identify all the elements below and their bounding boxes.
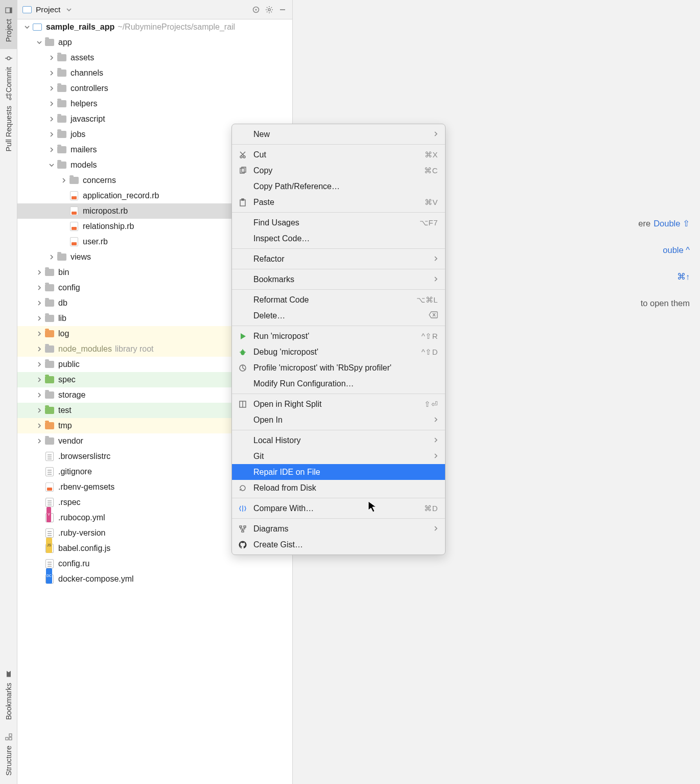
expand-arrow[interactable] [47, 252, 56, 262]
menu-separator [232, 212, 445, 213]
expand-arrow[interactable] [35, 390, 44, 400]
menu-separator [232, 326, 445, 326]
menu-item[interactable]: Debug 'micropost' ^⇧D [232, 344, 445, 360]
menu-item[interactable]: Create Gist… [232, 537, 445, 552]
stripe-commit[interactable]: Commit [0, 49, 17, 98]
tree-node-app[interactable]: app [17, 35, 292, 50]
svg-point-13 [268, 8, 270, 10]
menu-item[interactable]: Reload from Disk [232, 480, 445, 496]
expand-arrow[interactable] [35, 360, 44, 369]
file-context-menu[interactable]: New Cut ⌘X Copy ⌘C Copy Path/Reference… [231, 124, 446, 555]
tree-node-assets[interactable]: assets [17, 50, 292, 65]
expand-arrow[interactable] [35, 38, 44, 47]
tree-node-label: .rubocop.yml [58, 510, 105, 525]
menu-item[interactable]: New [232, 126, 445, 142]
menu-item[interactable]: Reformat Code ⌥⌘L [232, 292, 445, 308]
stripe-bookmarks[interactable]: Bookmarks [0, 665, 17, 725]
tree-node-channels[interactable]: channels [17, 65, 292, 81]
expand-arrow[interactable] [47, 53, 56, 62]
menu-item[interactable]: Paste ⌘V [232, 194, 445, 210]
menu-separator [232, 248, 445, 249]
menu-item[interactable]: Git [232, 448, 445, 464]
expand-arrow[interactable] [47, 84, 56, 93]
tree-node-docker-compose.yml[interactable]: docker-compose.yml [17, 571, 292, 587]
menu-item[interactable]: Run 'micropost' ^⇧R [232, 328, 445, 344]
minimize-icon[interactable] [278, 5, 287, 14]
expand-arrow[interactable] [47, 99, 56, 108]
cut-icon [237, 151, 248, 159]
svg-point-12 [255, 9, 256, 10]
expand-arrow[interactable] [35, 329, 44, 338]
menu-item[interactable]: Inspect Code… [232, 230, 445, 246]
expand-arrow [59, 222, 68, 231]
tree-node-config.ru[interactable]: config.ru [17, 556, 292, 571]
menu-item[interactable]: Bookmarks [232, 271, 445, 287]
expand-arrow[interactable] [35, 421, 44, 430]
yml-icon [44, 512, 55, 523]
select-opened-file-icon[interactable] [251, 5, 261, 14]
expand-arrow[interactable] [47, 130, 56, 139]
menu-item[interactable]: Modify Run Configuration… [232, 376, 445, 391]
menu-shortcut [429, 311, 438, 320]
menu-item-label: Run 'micropost' [253, 332, 416, 341]
menu-item[interactable]: Refactor [232, 251, 445, 267]
expand-arrow[interactable] [47, 114, 56, 124]
tree-node-controllers[interactable]: controllers [17, 81, 292, 96]
menu-item[interactable]: Cut ⌘X [232, 147, 445, 163]
menu-item-label: Git [253, 452, 429, 461]
menu-item[interactable]: Local History [232, 432, 445, 448]
menu-item[interactable]: Diagrams [232, 521, 445, 537]
stripe-structure[interactable]: Structure [0, 725, 17, 784]
menu-item[interactable]: Repair IDE on File [232, 464, 445, 480]
menu-item[interactable]: Compare With… ⌘D [232, 500, 445, 516]
expand-arrow [59, 206, 68, 216]
expand-arrow [35, 574, 44, 584]
menu-item[interactable]: Open In [232, 412, 445, 428]
expand-arrow[interactable] [35, 298, 44, 308]
stripe-project[interactable]: Project [0, 0, 17, 49]
svg-line-20 [267, 11, 268, 12]
menu-item[interactable]: Delete… [232, 308, 445, 324]
menu-item[interactable]: Copy ⌘C [232, 163, 445, 178]
tree-node-label: config [58, 280, 80, 295]
expand-arrow[interactable] [35, 375, 44, 384]
expand-arrow [35, 482, 44, 492]
menu-shortcut: ⌥⌘L [416, 295, 438, 305]
folder-icon [56, 67, 67, 79]
folder-icon [56, 52, 67, 63]
expand-arrow [35, 544, 44, 553]
stripe-pull-requests[interactable]: Pull Requests [0, 98, 17, 147]
expand-arrow[interactable] [35, 268, 44, 277]
tree-node-helpers[interactable]: helpers [17, 96, 292, 111]
expand-arrow[interactable] [47, 160, 56, 170]
expand-arrow[interactable] [35, 283, 44, 292]
menu-item-label: Find Usages [253, 218, 414, 227]
menu-item-label: Modify Run Configuration… [253, 379, 438, 388]
expand-arrow [35, 559, 44, 568]
expand-arrow[interactable] [35, 314, 44, 323]
view-mode-dropdown[interactable] [64, 5, 74, 14]
expand-arrow[interactable] [47, 145, 56, 154]
paste-icon [237, 198, 248, 206]
menu-item-label: Delete… [253, 311, 424, 320]
expand-arrow[interactable] [35, 406, 44, 415]
expand-arrow[interactable] [47, 68, 56, 78]
tree-node-label: sample_rails_app [46, 19, 114, 35]
expand-arrow[interactable] [35, 436, 44, 446]
expand-arrow[interactable] [59, 176, 68, 185]
expand-arrow [35, 467, 44, 476]
menu-item[interactable]: Profile 'micropost' with 'RbSpy profiler… [232, 360, 445, 376]
folder-icon [56, 144, 67, 155]
gear-icon[interactable] [265, 5, 274, 14]
expand-arrow[interactable] [22, 22, 32, 32]
tree-node-sample_rails_app[interactable]: sample_rails_app ~/RubymineProjects/samp… [17, 19, 292, 35]
tree-node-label: assets [71, 50, 94, 65]
folder-icon [44, 282, 55, 293]
menu-item-label: Debug 'micropost' [253, 348, 416, 357]
menu-item[interactable]: Find Usages ⌥F7 [232, 215, 445, 230]
menu-item[interactable]: Copy Path/Reference… [232, 178, 445, 194]
expand-arrow[interactable] [35, 344, 44, 354]
tree-node-label: app [58, 35, 72, 50]
menu-item[interactable]: Open in Right Split ⇧⏎ [232, 396, 445, 412]
menu-shortcut: ⌘C [424, 166, 438, 175]
